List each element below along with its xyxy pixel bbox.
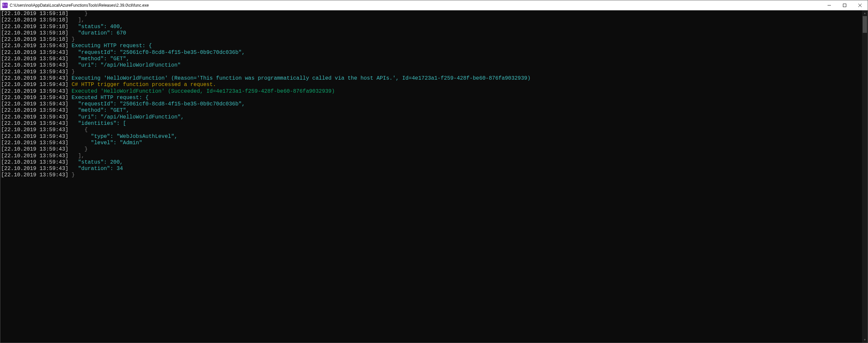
scroll-thumb[interactable] bbox=[863, 16, 867, 33]
timestamp: [22.10.2019 13:59:43] bbox=[1, 159, 68, 165]
timestamp: [22.10.2019 13:59:18] bbox=[1, 30, 68, 36]
log-text: "status": 400, bbox=[68, 24, 123, 30]
timestamp: [22.10.2019 13:59:43] bbox=[1, 114, 68, 120]
minimize-icon bbox=[828, 4, 831, 7]
log-text: Executing 'HelloWorldFunction' (Reason='… bbox=[68, 75, 531, 81]
console-line: [22.10.2019 13:59:43] "method": "GET", bbox=[1, 107, 861, 114]
timestamp: [22.10.2019 13:59:43] bbox=[1, 62, 68, 68]
timestamp: [22.10.2019 13:59:43] bbox=[1, 172, 68, 178]
log-text: Executed 'HelloWorldFunction' (Succeeded… bbox=[68, 88, 335, 94]
console-line: [22.10.2019 13:59:43] "method": "GET", bbox=[1, 56, 861, 62]
console-area: [22.10.2019 13:59:18] }[22.10.2019 13:59… bbox=[0, 10, 868, 343]
timestamp: [22.10.2019 13:59:18] bbox=[1, 36, 68, 42]
svg-rect-1 bbox=[843, 4, 846, 7]
console-line: [22.10.2019 13:59:43] Executing 'HelloWo… bbox=[1, 75, 861, 82]
scroll-down-arrow-icon[interactable]: ▼ bbox=[862, 337, 868, 343]
timestamp: [22.10.2019 13:59:43] bbox=[1, 134, 68, 140]
timestamp: [22.10.2019 13:59:43] bbox=[1, 101, 68, 107]
console-line: [22.10.2019 13:59:43] "type": "WebJobsAu… bbox=[1, 134, 861, 140]
log-text: Executing HTTP request: { bbox=[68, 43, 152, 49]
timestamp: [22.10.2019 13:59:43] bbox=[1, 146, 68, 152]
console-line: [22.10.2019 13:59:43] Executed HTTP requ… bbox=[1, 95, 861, 101]
log-text: } bbox=[68, 172, 75, 178]
log-text: "duration": 670 bbox=[68, 30, 126, 36]
log-text: "uri": "/api/HelloWorldFunction" bbox=[68, 62, 181, 68]
timestamp: [22.10.2019 13:59:43] bbox=[1, 50, 68, 56]
titlebar[interactable]: C:\ C:\Users\noi\AppData\Local\AzureFunc… bbox=[0, 0, 868, 10]
log-text: "requestId": "25061cf0-8cd8-4f15-be35-0b… bbox=[68, 50, 245, 56]
timestamp: [22.10.2019 13:59:43] bbox=[1, 153, 68, 159]
console-output[interactable]: [22.10.2019 13:59:18] }[22.10.2019 13:59… bbox=[0, 10, 862, 343]
console-line: [22.10.2019 13:59:43] ], bbox=[1, 153, 861, 159]
console-line: [22.10.2019 13:59:18] } bbox=[1, 36, 861, 43]
log-text: ], bbox=[68, 17, 85, 23]
timestamp: [22.10.2019 13:59:43] bbox=[1, 107, 68, 113]
close-icon bbox=[858, 4, 862, 7]
timestamp: [22.10.2019 13:59:18] bbox=[1, 24, 68, 30]
log-text: "level": "Admin" bbox=[68, 140, 143, 146]
console-line: [22.10.2019 13:59:43] "identities": [ bbox=[1, 120, 861, 127]
close-button[interactable] bbox=[852, 0, 868, 10]
log-text: C# HTTP trigger function processed a req… bbox=[68, 82, 216, 88]
log-text: "status": 200, bbox=[68, 159, 123, 165]
vertical-scrollbar[interactable]: ▲ ▼ bbox=[862, 10, 868, 343]
log-text: } bbox=[68, 146, 88, 152]
timestamp: [22.10.2019 13:59:43] bbox=[1, 69, 68, 75]
log-text: } bbox=[68, 69, 75, 75]
timestamp: [22.10.2019 13:59:18] bbox=[1, 11, 68, 17]
console-line: [22.10.2019 13:59:18] ], bbox=[1, 17, 861, 23]
console-line: [22.10.2019 13:59:43] } bbox=[1, 69, 861, 75]
log-text: "identities": [ bbox=[68, 120, 126, 126]
console-line: [22.10.2019 13:59:43] "requestId": "2506… bbox=[1, 50, 861, 56]
console-line: [22.10.2019 13:59:43] { bbox=[1, 127, 861, 133]
timestamp: [22.10.2019 13:59:43] bbox=[1, 82, 68, 88]
log-text: "uri": "/api/HelloWorldFunction", bbox=[68, 114, 184, 120]
log-text: "requestId": "25061cf0-8cd8-4f15-be35-0b… bbox=[68, 101, 245, 107]
console-line: [22.10.2019 13:59:43] } bbox=[1, 172, 861, 178]
log-text: } bbox=[68, 36, 75, 42]
log-text: "method": "GET", bbox=[68, 56, 129, 62]
app-window: C:\ C:\Users\noi\AppData\Local\AzureFunc… bbox=[0, 0, 868, 343]
console-line: [22.10.2019 13:59:43] Executed 'HelloWor… bbox=[1, 88, 861, 95]
timestamp: [22.10.2019 13:59:43] bbox=[1, 166, 68, 172]
timestamp: [22.10.2019 13:59:43] bbox=[1, 43, 68, 49]
console-line: [22.10.2019 13:59:43] "status": 200, bbox=[1, 159, 861, 166]
timestamp: [22.10.2019 13:59:43] bbox=[1, 56, 68, 62]
console-line: [22.10.2019 13:59:18] "duration": 670 bbox=[1, 30, 861, 36]
timestamp: [22.10.2019 13:59:43] bbox=[1, 75, 68, 81]
minimize-button[interactable] bbox=[822, 0, 837, 10]
console-line: [22.10.2019 13:59:43] "uri": "/api/Hello… bbox=[1, 114, 861, 120]
log-text: "duration": 34 bbox=[68, 166, 123, 172]
console-line: [22.10.2019 13:59:18] "status": 400, bbox=[1, 24, 861, 30]
window-controls bbox=[822, 0, 868, 10]
console-line: [22.10.2019 13:59:43] Executing HTTP req… bbox=[1, 43, 861, 49]
log-text: ], bbox=[68, 153, 85, 159]
timestamp: [22.10.2019 13:59:43] bbox=[1, 95, 68, 101]
log-text: "type": "WebJobsAuthLevel", bbox=[68, 134, 178, 140]
console-line: [22.10.2019 13:59:18] } bbox=[1, 11, 861, 17]
scroll-up-arrow-icon[interactable]: ▲ bbox=[862, 10, 868, 16]
timestamp: [22.10.2019 13:59:18] bbox=[1, 17, 68, 23]
app-icon: C:\ bbox=[2, 3, 8, 8]
console-line: [22.10.2019 13:59:43] "uri": "/api/Hello… bbox=[1, 62, 861, 68]
console-line: [22.10.2019 13:59:43] "requestId": "2506… bbox=[1, 101, 861, 107]
window-title: C:\Users\noi\AppData\Local\AzureFunction… bbox=[10, 3, 822, 8]
console-line: [22.10.2019 13:59:43] C# HTTP trigger fu… bbox=[1, 82, 861, 88]
log-text: "method": "GET", bbox=[68, 107, 129, 113]
log-text: { bbox=[68, 127, 88, 133]
timestamp: [22.10.2019 13:59:43] bbox=[1, 88, 68, 94]
log-text: } bbox=[68, 11, 88, 17]
maximize-icon bbox=[843, 4, 846, 7]
console-line: [22.10.2019 13:59:43] "level": "Admin" bbox=[1, 140, 861, 146]
timestamp: [22.10.2019 13:59:43] bbox=[1, 127, 68, 133]
log-text: Executed HTTP request: { bbox=[68, 95, 149, 101]
timestamp: [22.10.2019 13:59:43] bbox=[1, 140, 68, 146]
console-line: [22.10.2019 13:59:43] } bbox=[1, 146, 861, 152]
console-line: [22.10.2019 13:59:43] "duration": 34 bbox=[1, 166, 861, 172]
timestamp: [22.10.2019 13:59:43] bbox=[1, 120, 68, 126]
maximize-button[interactable] bbox=[837, 0, 852, 10]
